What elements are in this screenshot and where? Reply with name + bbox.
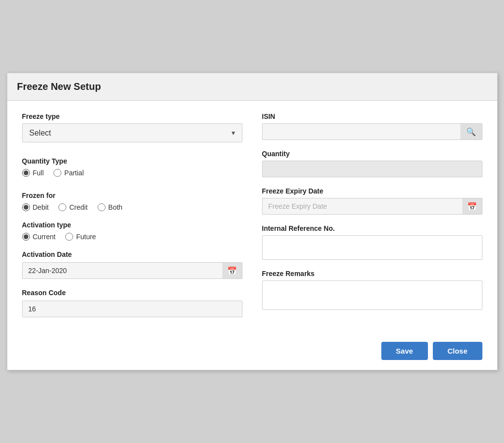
activation-date-group: Activation Date 📅 xyxy=(22,250,242,279)
internal-reference-label: Internal Reference No. xyxy=(262,224,482,232)
freeze-remarks-label: Freeze Remarks xyxy=(262,270,482,277)
freeze-new-setup-dialog: Freeze New Setup Freeze type Select Type… xyxy=(7,73,498,370)
freeze-remarks-textarea[interactable] xyxy=(262,280,482,310)
dialog-body: Freeze type Select Type 1 Type 2 Quantit… xyxy=(7,101,497,337)
save-button[interactable]: Save xyxy=(381,342,428,360)
isin-label: ISIN xyxy=(262,112,482,120)
frozen-for-both-text: Both xyxy=(108,203,123,211)
freeze-expiry-date-label: Freeze Expiry Date xyxy=(262,187,482,195)
quantity-group: Quantity xyxy=(262,150,482,177)
search-icon: 🔍 xyxy=(466,127,476,137)
close-button[interactable]: Close xyxy=(433,342,482,360)
isin-group: ISIN 🔍 xyxy=(262,112,482,140)
quantity-type-partial-radio[interactable] xyxy=(53,169,61,177)
frozen-for-radio-group: Debit Credit Both xyxy=(22,203,242,211)
activation-type-future-text: Future xyxy=(76,233,96,241)
quantity-type-full-text: Full xyxy=(33,169,44,177)
calendar-icon-expiry: 📅 xyxy=(467,202,477,211)
activation-type-current-label[interactable]: Current xyxy=(22,233,56,241)
quantity-type-group: Quantity Type Full Partial xyxy=(22,157,242,177)
frozen-for-debit-text: Debit xyxy=(33,203,49,211)
reason-code-input[interactable] xyxy=(22,301,242,317)
frozen-for-label: Frozen for xyxy=(22,192,242,199)
isin-search-button[interactable]: 🔍 xyxy=(460,123,482,140)
quantity-label: Quantity xyxy=(262,150,482,158)
activation-type-group: Activation type Current Future xyxy=(22,221,242,241)
quantity-type-label: Quantity Type xyxy=(22,157,242,165)
freeze-expiry-date-group: Freeze Expiry Date 📅 xyxy=(262,187,482,215)
frozen-for-group: Frozen for Debit Credit Both xyxy=(22,192,242,211)
activation-type-current-radio[interactable] xyxy=(22,233,30,241)
quantity-type-partial-text: Partial xyxy=(64,169,84,177)
quantity-type-full-label[interactable]: Full xyxy=(22,169,44,177)
quantity-input[interactable] xyxy=(262,161,482,177)
quantity-type-radio-group: Full Partial xyxy=(22,169,242,177)
freeze-type-select[interactable]: Select Type 1 Type 2 xyxy=(22,123,242,142)
activation-type-future-label[interactable]: Future xyxy=(65,233,96,241)
freeze-type-label: Freeze type xyxy=(22,112,242,120)
reason-code-group: Reason Code xyxy=(22,289,242,317)
dialog-title: Freeze New Setup xyxy=(17,81,487,92)
frozen-for-credit-text: Credit xyxy=(69,203,87,211)
frozen-for-credit-radio[interactable] xyxy=(58,203,66,211)
activation-date-label: Activation Date xyxy=(22,250,242,258)
freeze-expiry-date-wrapper: 📅 xyxy=(262,198,482,215)
isin-input[interactable] xyxy=(262,123,460,140)
freeze-type-group: Freeze type Select Type 1 Type 2 xyxy=(22,112,242,142)
activation-date-calendar-button[interactable]: 📅 xyxy=(222,262,242,279)
frozen-for-both-radio[interactable] xyxy=(98,203,106,211)
activation-type-future-radio[interactable] xyxy=(65,233,73,241)
activation-date-input[interactable] xyxy=(22,262,222,279)
right-column: ISIN 🔍 Quantity Freeze Expiry Date xyxy=(262,112,482,327)
freeze-type-select-wrapper: Select Type 1 Type 2 xyxy=(22,123,242,142)
frozen-for-both-label[interactable]: Both xyxy=(98,203,123,211)
frozen-for-debit-label[interactable]: Debit xyxy=(22,203,49,211)
freeze-remarks-group: Freeze Remarks xyxy=(262,270,482,311)
activation-type-current-text: Current xyxy=(33,233,56,241)
activation-type-radio-group: Current Future xyxy=(22,233,242,241)
form-grid: Freeze type Select Type 1 Type 2 Quantit… xyxy=(22,112,482,327)
dialog-footer: Save Close xyxy=(7,337,497,370)
calendar-icon: 📅 xyxy=(227,266,237,276)
freeze-expiry-date-calendar-button[interactable]: 📅 xyxy=(462,198,482,215)
quantity-type-partial-label[interactable]: Partial xyxy=(53,169,84,177)
quantity-type-full-radio[interactable] xyxy=(22,169,30,177)
isin-input-wrapper: 🔍 xyxy=(262,123,482,140)
dialog-header: Freeze New Setup xyxy=(7,73,497,101)
frozen-for-debit-radio[interactable] xyxy=(22,203,30,211)
frozen-for-credit-label[interactable]: Credit xyxy=(58,203,87,211)
internal-reference-input[interactable] xyxy=(262,235,482,260)
activation-type-label: Activation type xyxy=(22,221,242,229)
left-column: Freeze type Select Type 1 Type 2 Quantit… xyxy=(22,112,242,327)
freeze-expiry-date-input[interactable] xyxy=(262,198,462,215)
activation-date-wrapper: 📅 xyxy=(22,262,242,279)
reason-code-label: Reason Code xyxy=(22,289,242,297)
internal-reference-group: Internal Reference No. xyxy=(262,224,482,260)
